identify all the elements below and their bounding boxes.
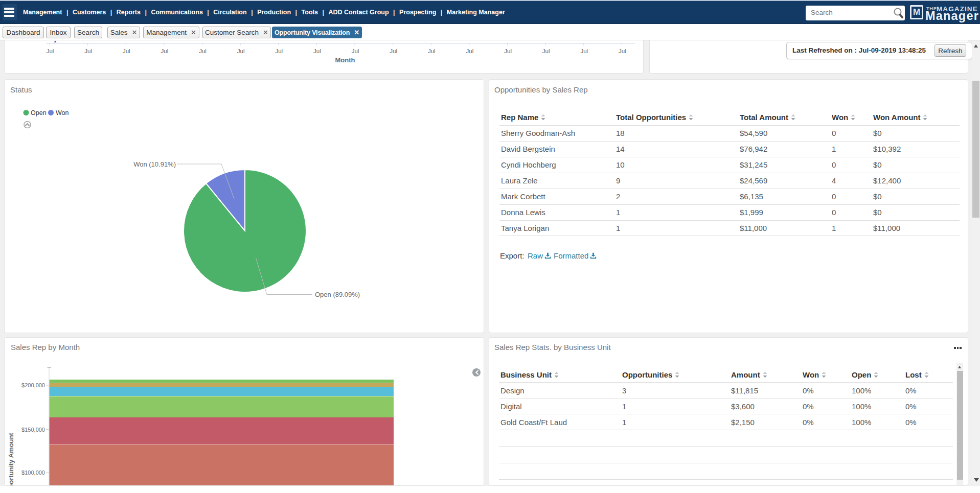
svg-text:$100,000: $100,000 <box>21 469 45 476</box>
svg-text:Open (89.09%): Open (89.09%) <box>315 291 360 298</box>
svg-text:Won (10.91%): Won (10.91%) <box>133 160 176 168</box>
svg-text:Open: Open <box>31 109 47 116</box>
svg-text:$200,000: $200,000 <box>21 382 45 388</box>
svg-text:$150,000: $150,000 <box>21 426 45 432</box>
svg-text:Opportunity Amount: Opportunity Amount <box>7 432 15 485</box>
svg-text:Won: Won <box>56 109 69 116</box>
